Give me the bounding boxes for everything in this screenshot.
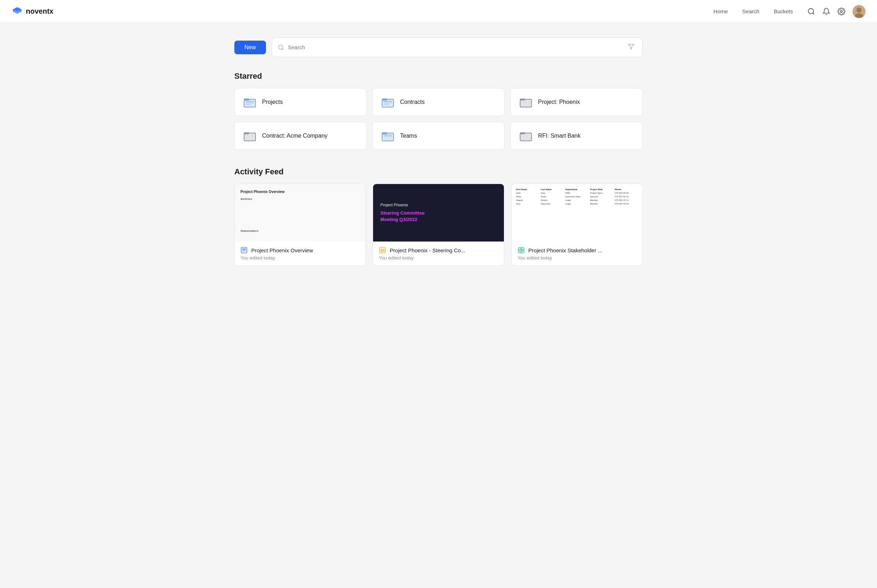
th-phone: Phone <box>615 188 638 190</box>
nav-home[interactable]: Home <box>714 8 728 14</box>
th-firstname: First Name <box>516 188 540 190</box>
table-row: Peter Smith Executive Team Sponsor 075 0… <box>516 195 638 198</box>
activity-name-2: Project Phoenix - Steering Co... <box>390 247 465 254</box>
settings-icon[interactable] <box>838 8 846 15</box>
activity-feed-title: Activity Feed <box>234 167 643 177</box>
activity-time-3: You edited today <box>517 255 637 261</box>
user-avatar[interactable] <box>853 5 865 18</box>
search-icon[interactable] <box>807 8 815 15</box>
svg-rect-37 <box>242 251 245 252</box>
activity-time-2: You edited today <box>379 255 498 261</box>
yellow-doc-icon <box>379 246 386 254</box>
logo-icon <box>12 6 23 17</box>
table-row: John Grey PMO Project Spon... 075 555 55… <box>516 192 638 194</box>
starred-label-rfi-smart-bank: RFI: Smart Bank <box>538 133 580 139</box>
starred-grid: Projects Contracts <box>234 88 643 150</box>
svg-rect-32 <box>520 132 525 134</box>
folder-icon <box>381 96 394 108</box>
starred-label-project-phoenix: Project: Phoenix <box>538 99 580 105</box>
svg-rect-16 <box>384 101 392 102</box>
search-bar-icon <box>278 44 284 51</box>
filter-button[interactable] <box>626 41 637 53</box>
activity-meta-2: Project Phoenix - Steering Co... <box>379 246 498 254</box>
table-header-row: First Name Last Name Department Project … <box>516 188 638 190</box>
search-input[interactable] <box>288 44 622 50</box>
starred-label-contract-acme: Contract: Acme Company <box>262 133 327 139</box>
activity-card-doc-1[interactable]: Project Phoenix Overview Abstract Stakeh… <box>234 184 366 266</box>
svg-rect-17 <box>384 102 392 103</box>
svg-rect-12 <box>246 104 251 105</box>
svg-rect-24 <box>244 132 249 134</box>
activity-meta-1: Project Phoenix Overview <box>240 246 360 254</box>
thumb-dark-title-2: Project Phoenix <box>380 203 408 207</box>
svg-point-3 <box>856 8 862 13</box>
svg-rect-41 <box>381 251 384 252</box>
activity-thumb-1: Project Phoenix Overview Abstract Stakeh… <box>235 184 365 242</box>
svg-rect-27 <box>382 132 387 134</box>
starred-title: Starred <box>234 72 643 81</box>
activity-card-doc-3[interactable]: First Name Last Name Department Project … <box>511 184 643 266</box>
activity-time-1: You edited today <box>240 255 360 261</box>
svg-marker-6 <box>629 44 634 49</box>
thumb-title-1: Project Phoenix Overview <box>240 190 360 194</box>
svg-rect-40 <box>381 250 384 250</box>
activity-info-1: Project Phoenix Overview You edited toda… <box>235 242 365 266</box>
svg-point-1 <box>840 10 843 13</box>
svg-rect-29 <box>384 136 392 137</box>
activity-thumb-2: Project Phoenix Steering CommitteeMeetin… <box>373 184 504 242</box>
folder-icon <box>381 129 394 142</box>
starred-label-contracts: Contracts <box>400 99 424 105</box>
thumb-section-1: Stakeholders <box>240 229 360 232</box>
search-bar <box>272 38 643 57</box>
starred-label-teams: Teams <box>400 133 417 139</box>
green-doc-icon <box>517 246 525 254</box>
activity-name-1: Project Phoenix Overview <box>251 247 313 254</box>
svg-rect-15 <box>382 99 387 100</box>
starred-label-projects: Projects <box>262 99 283 105</box>
app-name: noventx <box>26 7 54 15</box>
bell-icon[interactable] <box>822 8 830 15</box>
svg-point-0 <box>808 8 814 14</box>
main-content: New Starred <box>223 23 654 280</box>
svg-rect-10 <box>246 101 254 102</box>
starred-card-rfi-smart-bank[interactable]: RFI: Smart Bank <box>510 122 643 150</box>
starred-section: Starred Projects <box>234 72 643 150</box>
folder-icon-dark <box>243 129 256 142</box>
svg-point-5 <box>279 45 283 49</box>
activity-thumb-3: First Name Last Name Department Project … <box>512 184 642 242</box>
app-logo[interactable]: noventx <box>12 6 54 17</box>
activity-meta-3: Project Phoenix Stakeholder ... <box>517 246 637 254</box>
activity-grid: Project Phoenix Overview Abstract Stakeh… <box>234 184 643 266</box>
nav-buckets[interactable]: Buckets <box>774 8 793 14</box>
svg-rect-18 <box>384 104 389 105</box>
navbar: noventx Home Search Buckets <box>0 0 877 23</box>
activity-card-doc-2[interactable]: Project Phoenix Steering CommitteeMeetin… <box>373 184 504 266</box>
starred-card-projects[interactable]: Projects <box>234 88 367 116</box>
avatar-image <box>853 5 865 18</box>
navbar-actions <box>807 5 865 18</box>
nav-links: Home Search Buckets <box>714 8 793 14</box>
activity-feed-section: Activity Feed Project Phoenix Overview A… <box>234 167 643 266</box>
th-lastname: Last Name <box>541 188 564 190</box>
thumb-dark-subtitle-2: Steering CommitteeMeeting Q3/2022 <box>380 210 424 223</box>
starred-card-contracts[interactable]: Contracts <box>372 88 505 116</box>
svg-rect-11 <box>246 102 254 103</box>
blue-doc-icon <box>240 246 247 254</box>
starred-card-teams[interactable]: Teams <box>372 122 505 150</box>
th-role: Project Role <box>590 188 613 190</box>
th-dept: Department <box>565 188 589 190</box>
thumb-subtitle-1: Abstract <box>240 197 360 201</box>
svg-rect-21 <box>520 99 525 100</box>
nav-search[interactable]: Search <box>742 8 760 14</box>
new-button[interactable]: New <box>234 40 266 54</box>
activity-info-3: Project Phoenix Stakeholder ... You edit… <box>512 242 642 266</box>
starred-card-project-phoenix[interactable]: Project: Phoenix <box>510 88 643 116</box>
filter-icon <box>628 44 634 50</box>
toolbar: New <box>234 38 643 57</box>
activity-info-2: Project Phoenix - Steering Co... You edi… <box>373 242 504 266</box>
folder-icon <box>243 96 256 108</box>
folder-icon-dark <box>519 96 532 108</box>
table-row: Angela Sharon Legal Member 075 666 22 11 <box>516 199 638 201</box>
starred-card-contract-acme[interactable]: Contract: Acme Company <box>234 122 367 150</box>
svg-rect-35 <box>242 249 246 249</box>
